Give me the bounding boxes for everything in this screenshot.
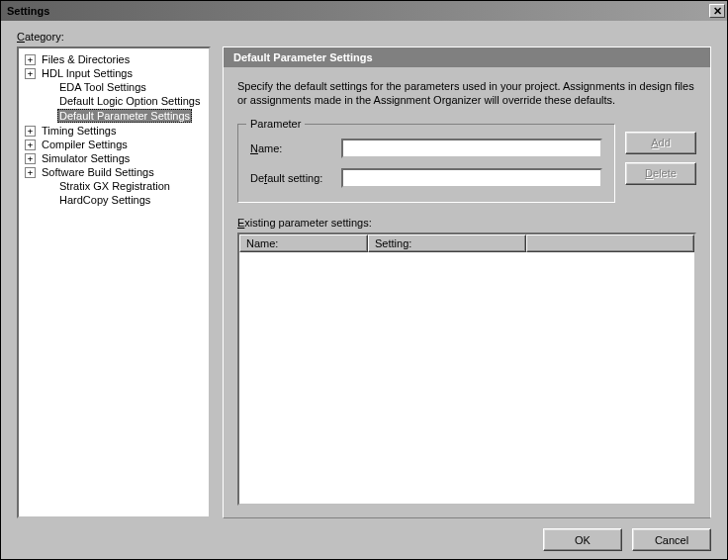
tree-item-label: Simulator Settings [40,152,132,164]
parameter-fieldset: Parameter Name: Default setting: [237,124,615,203]
tree-item-label: Files & Directories [40,53,132,65]
tree-indent [43,82,53,93]
tree-item[interactable]: +Simulator Settings [21,151,207,165]
tree-indent [43,111,53,122]
panel-description: Specify the default settings for the par… [237,79,696,108]
fieldset-legend: Parameter [246,118,305,130]
expand-icon[interactable]: + [25,140,36,150]
tree-item-label: Software Build Settings [40,166,156,178]
expand-icon[interactable]: + [25,153,36,164]
cancel-button[interactable]: Cancel [632,528,711,551]
side-buttons: Add Delete [625,132,696,185]
tree-indent [43,96,53,107]
tree-item[interactable]: +HDL Input Settings [21,66,207,80]
window-title: Settings [7,5,49,17]
tree-item-label: HardCopy Settings [57,194,152,206]
dialog-body: Category: +Files & Directories+HDL Input… [1,21,727,559]
name-label: Name: [250,142,341,154]
expand-icon[interactable]: + [25,68,36,79]
tree-item-label: Stratix GX Registration [57,180,172,192]
name-field: Name: [250,139,602,158]
tree-item[interactable]: +Timing Settings [21,124,207,138]
column-setting[interactable]: Setting: [368,234,526,252]
settings-window: Settings ✕ Category: +Files & Directorie… [0,0,728,560]
tree-item[interactable]: EDA Tool Settings [21,80,207,94]
name-input[interactable] [341,139,602,158]
dialog-footer: OK Cancel [17,518,711,551]
tree-item-label: EDA Tool Settings [57,81,148,93]
tree-item-label: Timing Settings [40,125,118,137]
tree-indent [43,181,53,192]
add-button[interactable]: Add [625,132,696,154]
tree-indent [43,195,53,206]
settings-panel: Default Parameter Settings Specify the d… [223,47,711,518]
panel-title: Default Parameter Settings [224,47,710,67]
category-label: Category: [17,31,711,43]
titlebar: Settings ✕ [1,1,727,21]
expand-icon[interactable]: + [25,126,36,137]
category-tree[interactable]: +Files & Directories+HDL Input SettingsE… [17,47,211,518]
ok-button[interactable]: OK [543,528,622,551]
main-area: +Files & Directories+HDL Input SettingsE… [17,47,711,518]
tree-item[interactable]: HardCopy Settings [21,193,207,207]
tree-item-label: Default Logic Option Settings [57,95,202,107]
tree-item-label: Compiler Settings [40,139,130,150]
tree-item[interactable]: Stratix GX Registration [21,179,207,193]
expand-icon[interactable]: + [25,167,36,178]
tree-item[interactable]: +Software Build Settings [21,165,207,179]
default-label: Default setting: [250,172,341,184]
existing-table[interactable]: Name: Setting: [237,233,696,506]
table-header: Name: Setting: [239,234,694,252]
default-input[interactable] [341,168,602,188]
expand-icon[interactable]: + [25,54,36,65]
close-icon: ✕ [713,5,722,18]
existing-label: Existing parameter settings: [237,217,696,229]
tree-item[interactable]: Default Logic Option Settings [21,94,207,108]
tree-item[interactable]: +Compiler Settings [21,138,207,151]
parameter-row: Parameter Name: Default setting: A [237,124,696,203]
panel-body: Specify the default settings for the par… [224,67,710,517]
column-spacer [526,234,694,252]
default-field: Default setting: [250,168,602,188]
tree-item-label: Default Parameter Settings [57,109,192,123]
tree-item-label: HDL Input Settings [40,67,135,79]
delete-button[interactable]: Delete [625,162,696,185]
tree-item[interactable]: Default Parameter Settings [21,108,207,124]
close-button[interactable]: ✕ [709,4,725,18]
column-name[interactable]: Name: [239,234,368,252]
tree-item[interactable]: +Files & Directories [21,52,207,66]
